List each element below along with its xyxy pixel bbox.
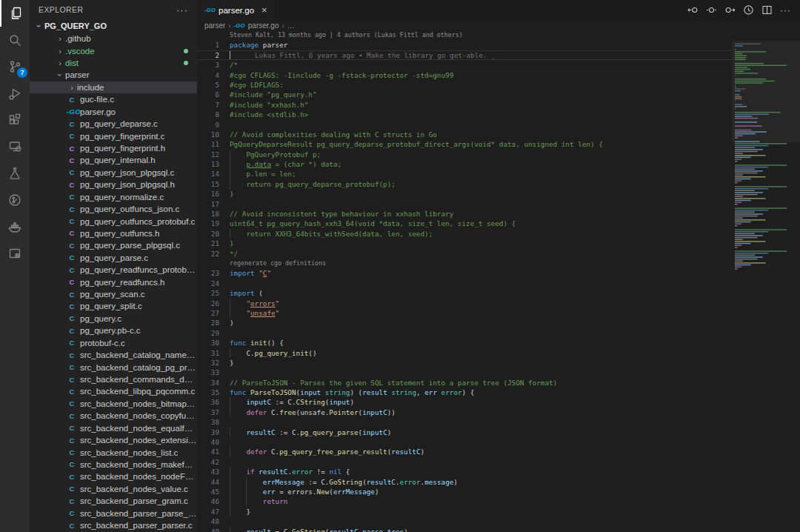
minimap[interactable]	[732, 30, 800, 532]
tree-item-pg-query-readfuncs-h[interactable]: Cpg_query_readfuncs.h	[30, 276, 197, 287]
code-editor[interactable]: Steven Kalt, 13 months ago | 4 authors (…	[197, 30, 800, 532]
tree-item-pg-query-json-plpgsql-c[interactable]: Cpg_query_json_plpgsql.c	[30, 167, 197, 179]
tree-item-pg-query-parse-c[interactable]: Cpg_query_parse.c	[30, 252, 197, 264]
code-line-26[interactable]: 26 "errors"	[197, 299, 732, 308]
code-line-15[interactable]: 15 return pg_query_deparse_protobuf(p);	[197, 179, 732, 189]
tree-item-pg-query-outfuncs-json-c[interactable]: Cpg_query_outfuncs_json.c	[30, 203, 197, 215]
tree-item-src-backend-nodes-makefuncs-c[interactable]: Csrc_backend_nodes_makefuncs.c	[30, 459, 197, 471]
tree-item-parser[interactable]: ›parser	[30, 69, 197, 81]
code-line-11[interactable]: 11PgQueryDeparseResult pg_query_deparse_…	[197, 139, 732, 149]
code-line-19[interactable]: 19uint64_t pg_query_hash_xxh3_64(void *d…	[197, 219, 732, 228]
split-editor-icon[interactable]	[761, 4, 773, 16]
code-line-35[interactable]: 35func ParseToJSON(input string) (result…	[197, 388, 732, 397]
code-line-32[interactable]: 32}	[197, 358, 732, 368]
code-line-39[interactable]: 39 resultC := C.pg_query_parse(inputC)	[197, 428, 732, 437]
breadcrumb-symbol[interactable]: …	[287, 21, 295, 30]
code-line-8[interactable]: 8#include <stdlib.h>	[197, 110, 732, 119]
code-line-34[interactable]: 34// ParseToJSON - Parses the given SQL …	[197, 378, 732, 388]
code-line-46[interactable]: 46 return	[197, 496, 732, 506]
code-line-33[interactable]: 33	[197, 368, 732, 377]
code-line-37[interactable]: 37 defer C.free(unsafe.Pointer(inputC))	[197, 408, 732, 417]
tree-root-pg-query-go[interactable]: › PG_QUERY_GO	[30, 19, 197, 33]
code-line-28[interactable]: 28)	[197, 318, 732, 327]
next-change-icon[interactable]	[724, 4, 736, 16]
code-line-42[interactable]: 42	[197, 457, 732, 467]
tree-item-src-backend-nodes-equalfuncs-c[interactable]: Csrc_backend_nodes_equalfuncs.c	[30, 422, 197, 434]
code-line-20[interactable]: 20 return XXH3_64bits_withSeed(data, len…	[197, 229, 732, 239]
docker-icon[interactable]	[0, 213, 30, 240]
code-line-10[interactable]: 10// Avoid complexities dealing with C s…	[197, 130, 732, 139]
code-line-2[interactable]: 2Lukas Fittl, 6 years ago • Make the lib…	[197, 50, 732, 60]
tree-item-pg-query-outfuncs-protobuf-c[interactable]: Cpg_query_outfuncs_protobuf.c	[30, 215, 197, 227]
code-line-49[interactable]: 49 result = C.GoString(resultC.parse_tre…	[197, 527, 732, 532]
tree-item-pg-query-outfuncs-h[interactable]: Cpg_query_outfuncs.h	[30, 227, 197, 239]
more-actions-icon[interactable]: ···	[780, 5, 791, 16]
breadcrumb-folder[interactable]: parser	[204, 21, 225, 30]
code-line-25[interactable]: 25import (	[197, 288, 732, 298]
codelens[interactable]: regenerate cgo definitions	[197, 259, 732, 268]
code-line-23[interactable]: 23import "C"	[197, 268, 732, 278]
code-line-40[interactable]: 40	[197, 437, 732, 447]
code-line-48[interactable]: 48	[197, 516, 732, 526]
tree-item-pg-query-split-c[interactable]: Cpg_query_split.c	[30, 300, 197, 312]
tree-item-src-backend-nodes-value-c[interactable]: Csrc_backend_nodes_value.c	[30, 483, 197, 495]
tree-item-src-backend-catalog-namespace-c[interactable]: Csrc_backend_catalog_namespace.c	[30, 349, 197, 361]
previous-change-icon[interactable]	[687, 4, 699, 16]
dev-containers-icon[interactable]	[0, 240, 30, 267]
tree-item-src-backend-nodes-list-c[interactable]: Csrc_backend_nodes_list.c	[30, 446, 197, 458]
tree-item-src-backend-parser-gram-c[interactable]: Csrc_backend_parser_gram.c	[30, 495, 197, 507]
tree-item-src-backend-libpq-pqcomm-c[interactable]: Csrc_backend_libpq_pqcomm.c	[30, 385, 197, 397]
code-line-36[interactable]: 36 inputC := C.CString(input)	[197, 397, 732, 407]
code-line-44[interactable]: 44 errMessage := C.GoString(resultC.erro…	[197, 477, 732, 487]
code-line-29[interactable]: 29	[197, 328, 732, 338]
tree-item-pg-query-readfuncs-protobuf-c[interactable]: Cpg_query_readfuncs_protobuf.c	[30, 264, 197, 276]
search-icon[interactable]	[0, 27, 30, 53]
tree-item-pg-query-internal-h[interactable]: Cpg_query_internal.h	[30, 154, 197, 166]
code-line-1[interactable]: 1package parser	[197, 40, 732, 50]
code-line-12[interactable]: 12 PgQueryProtobuf p;	[197, 150, 732, 159]
testing-icon[interactable]	[0, 160, 30, 187]
code-line-9[interactable]: 9	[197, 120, 732, 130]
tree-item-pg-query-scan-c[interactable]: Cpg_query_scan.c	[30, 288, 197, 300]
code-line-13[interactable]: 13 p.data = (char *) data;	[197, 159, 732, 169]
tree-item--vscode[interactable]: ›.vscode	[30, 44, 197, 56]
tree-item-src-backend-nodes-copyfuncs-c[interactable]: Csrc_backend_nodes_copyfuncs.c	[30, 410, 197, 422]
close-tab-icon[interactable]: ×	[261, 4, 267, 16]
extensions-icon[interactable]	[0, 107, 30, 133]
source-control-icon[interactable]: 7	[0, 53, 30, 80]
code-line-18[interactable]: 18// Avoid inconsistent type behaviour i…	[197, 209, 732, 219]
tree-item-guc-file-c[interactable]: Cguc-file.c	[30, 93, 197, 105]
code-line-16[interactable]: 16}	[197, 189, 732, 199]
tree-item-pg-query-fingerprint-c[interactable]: Cpg_query_fingerprint.c	[30, 130, 197, 142]
tree-item-pg-query-deparse-c[interactable]: Cpg_query_deparse.c	[30, 118, 197, 130]
code-line-3[interactable]: 3/*	[197, 60, 732, 70]
explorer-icon[interactable]	[0, 0, 30, 27]
code-line-41[interactable]: 41 defer C.pg_query_free_parse_result(re…	[197, 447, 732, 456]
tree-item--github[interactable]: ›.github	[30, 33, 197, 44]
code-line-30[interactable]: 30func init() {	[197, 338, 732, 348]
tree-item-src-backend-nodes-extensible-c[interactable]: Csrc_backend_nodes_extensible.c	[30, 434, 197, 446]
tree-item-include[interactable]: ›include	[30, 82, 197, 93]
tree-item-pg-query-normalize-c[interactable]: Cpg_query_normalize.c	[30, 190, 197, 202]
tree-item-src-backend-nodes-bitmapset-c[interactable]: Csrc_backend_nodes_bitmapset.c	[30, 398, 197, 410]
compare-change-icon[interactable]	[706, 4, 717, 16]
code-line-17[interactable]: 17	[197, 199, 732, 209]
tree-item-dist[interactable]: ›dist	[30, 57, 197, 69]
code-line-22[interactable]: 22*/	[197, 249, 732, 259]
breadcrumb-file[interactable]: parser.go	[248, 21, 279, 30]
tree-item-src-backend-commands-define-c[interactable]: Csrc_backend_commands_define.c	[30, 373, 197, 385]
tree-item-src-backend-catalog-pg-proc-c[interactable]: Csrc_backend_catalog_pg_proc.c	[30, 361, 197, 373]
code-line-43[interactable]: 43 if resultC.error != nil {	[197, 467, 732, 476]
codelens[interactable]: Steven Kalt, 13 months ago | 4 authors (…	[197, 30, 732, 40]
tree-item-pg-query-c[interactable]: Cpg_query.c	[30, 313, 197, 325]
tree-item-pg-query-pb-c-c[interactable]: Cpg_query.pb-c.c	[30, 325, 197, 336]
code-line-38[interactable]: 38	[197, 417, 732, 427]
code-line-27[interactable]: 27 "unsafe"	[197, 308, 732, 318]
code-line-47[interactable]: 47 }	[197, 507, 732, 516]
code-line-21[interactable]: 21}	[197, 239, 732, 248]
run-and-debug-icon[interactable]	[0, 80, 30, 107]
tree-item-pg-query-fingerprint-h[interactable]: Cpg_query_fingerprint.h	[30, 142, 197, 154]
code-line-45[interactable]: 45 err = errors.New(errMessage)	[197, 487, 732, 496]
tab-parser-go[interactable]: -GO parser.go ×	[197, 0, 275, 20]
tree-item-src-backend-nodes-nodefuncs-c[interactable]: Csrc_backend_nodes_nodeFuncs.c	[30, 471, 197, 482]
